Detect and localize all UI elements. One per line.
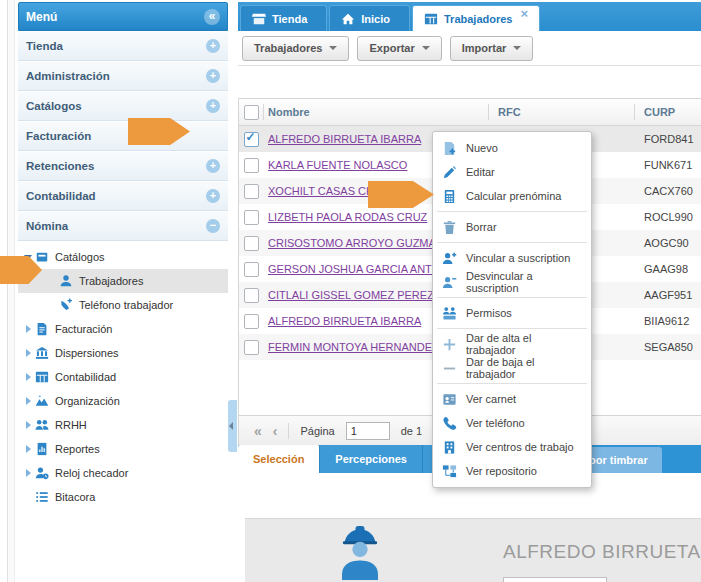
sidebar-tree-item[interactable]: Organización	[18, 389, 228, 413]
select-all-checkbox[interactable]	[244, 105, 259, 120]
collapse-sidebar-icon[interactable]: «	[204, 9, 220, 25]
worker-name-link[interactable]: FERMIN MONTOYA HERNANDEZ	[268, 341, 439, 353]
prev-page-button[interactable]: ‹	[273, 423, 278, 439]
tree-caret-icon[interactable]	[24, 372, 35, 383]
row-checkbox[interactable]	[244, 262, 259, 277]
tree-caret-icon[interactable]	[48, 276, 59, 287]
first-page-button[interactable]: «	[254, 423, 262, 439]
toolbar-button[interactable]: Importar	[450, 36, 534, 61]
menu-divider	[437, 297, 587, 298]
worker-name-link[interactable]: CRISOSTOMO ARROYO GUZMAN	[268, 237, 444, 249]
worker-name-link[interactable]: CITLALI GISSEL GOMEZ PEREZ	[268, 289, 434, 301]
organization-icon	[35, 394, 49, 408]
expand-toggle-icon[interactable]	[206, 39, 220, 53]
tree-caret-icon[interactable]	[24, 468, 35, 479]
row-checkbox[interactable]	[244, 158, 259, 173]
sidebar-section-label: Tienda	[26, 40, 206, 52]
sidebar-section[interactable]: Catálogos	[18, 92, 228, 121]
sidebar: Menú « Tienda Administración Catálogos F…	[18, 2, 228, 509]
row-checkbox[interactable]	[244, 236, 259, 251]
tree-item-label: Contabilidad	[55, 371, 116, 383]
tree-item-label: Catálogos	[55, 251, 105, 263]
context-menu-item[interactable]: Ver carnet	[433, 387, 591, 411]
expand-toggle-icon[interactable]	[206, 99, 220, 113]
worker-name-link[interactable]: ALFREDO BIRRUETA IBARRA	[268, 133, 421, 145]
row-checkbox[interactable]	[244, 288, 259, 303]
tab[interactable]: Trabajadores ×	[412, 5, 540, 31]
tab[interactable]: Inicio	[329, 5, 410, 31]
row-checkbox[interactable]	[244, 132, 259, 147]
context-menu-item[interactable]: Dar de alta el trabajador	[433, 332, 591, 356]
sidebar-tree-item[interactable]: Bitacora	[18, 485, 228, 509]
worker-curp: ROCL990	[634, 211, 701, 223]
panel-collapse-handle[interactable]	[228, 400, 237, 452]
sidebar-section-label: Contabilidad	[26, 190, 206, 202]
column-header-curp[interactable]: CURP	[634, 99, 701, 125]
tree-caret-icon[interactable]	[24, 420, 35, 431]
page-number-input[interactable]	[346, 422, 390, 440]
sidebar-section[interactable]: Nómina	[18, 212, 228, 241]
sidebar-section[interactable]: Facturación	[18, 122, 228, 151]
sidebar-tree-item[interactable]: Reloj checador	[18, 461, 228, 485]
sidebar-section[interactable]: Administración	[18, 62, 228, 91]
tree-caret-icon[interactable]	[24, 324, 35, 335]
detail-tab[interactable]: Percepciones	[320, 445, 423, 473]
minus-icon	[442, 361, 457, 376]
context-menu-item[interactable]: Nuevo	[433, 136, 591, 160]
expand-toggle-icon[interactable]	[206, 189, 220, 203]
toolbar-button[interactable]: Trabajadores	[242, 36, 349, 61]
sidebar-section[interactable]: Retenciones	[18, 152, 228, 181]
context-menu-item[interactable]: Borrar	[433, 215, 591, 239]
row-checkbox[interactable]	[244, 314, 259, 329]
detail-tab-label: por timbrar	[589, 454, 648, 466]
sidebar-tree-item[interactable]: Trabajadores	[18, 269, 228, 293]
sidebar-tree-item[interactable]: Contabilidad	[18, 365, 228, 389]
sidebar-section[interactable]: Contabilidad	[18, 182, 228, 211]
expand-toggle-icon[interactable]	[206, 219, 220, 233]
context-menu-item[interactable]: Ver centros de trabajo	[433, 435, 591, 459]
sidebar-tree-item[interactable]: RRHH	[18, 413, 228, 437]
tree-caret-icon[interactable]	[24, 492, 35, 503]
tree-caret-icon[interactable]	[24, 348, 35, 359]
tab[interactable]: Tienda	[240, 5, 327, 31]
worker-name-link[interactable]: LIZBETH PAOLA RODAS CRUZ	[268, 211, 427, 223]
row-checkbox[interactable]	[244, 184, 259, 199]
context-menu-item[interactable]: Dar de baja el trabajador	[433, 356, 591, 380]
sidebar-section[interactable]: Tienda	[18, 32, 228, 61]
worker-curp: SEGA850	[634, 341, 701, 353]
toolbar-button[interactable]: Exportar	[357, 36, 441, 61]
sidebar-tree-item[interactable]: Teléfono trabajador	[18, 293, 228, 317]
expand-toggle-icon[interactable]	[206, 69, 220, 83]
tree-caret-icon[interactable]	[24, 396, 35, 407]
worker-name-link[interactable]: ALFREDO BIRRUETA IBARRA	[268, 315, 421, 327]
column-header-nombre[interactable]: Nombre	[263, 99, 488, 125]
worker-detail-panel: ALFREDO BIRRUETA	[245, 518, 701, 582]
sidebar-tree-item[interactable]: Dispersiones	[18, 341, 228, 365]
worker-name-link[interactable]: KARLA FUENTE NOLASCO	[268, 159, 407, 171]
expand-toggle-icon[interactable]	[206, 159, 220, 173]
toolbar: Trabajadores Exportar Importar	[238, 31, 701, 66]
detail-tab-label: Selección	[253, 453, 304, 465]
context-menu-item[interactable]: Permisos	[433, 301, 591, 325]
sidebar-tree-item[interactable]: Reportes	[18, 437, 228, 461]
new-icon	[442, 141, 457, 156]
context-menu-item[interactable]: Calcular prenómina	[433, 184, 591, 208]
tree-caret-icon[interactable]	[48, 300, 59, 311]
context-menu-item[interactable]: Ver repositorio	[433, 459, 591, 483]
permissions-icon	[442, 306, 457, 321]
detail-tab[interactable]: Selección	[238, 445, 320, 473]
context-menu-item[interactable]: Vincular a suscription	[433, 246, 591, 270]
context-menu-item[interactable]: Editar	[433, 160, 591, 184]
context-menu-item[interactable]: Desvincular a suscription	[433, 270, 591, 294]
sidebar-tree-item[interactable]: Facturación	[18, 317, 228, 341]
column-header-rfc[interactable]: RFC	[488, 99, 634, 125]
sidebar-tree-item[interactable]: Catálogos	[18, 245, 228, 269]
context-menu-item[interactable]: Ver teléfono	[433, 411, 591, 435]
tree-caret-icon[interactable]	[24, 444, 35, 455]
calculator-icon	[442, 189, 457, 204]
tree-item-label: Bitacora	[55, 491, 95, 503]
row-checkbox[interactable]	[244, 340, 259, 355]
close-tab-icon[interactable]: ×	[520, 9, 528, 18]
row-checkbox[interactable]	[244, 210, 259, 225]
detail-rfc-input[interactable]	[503, 577, 607, 582]
